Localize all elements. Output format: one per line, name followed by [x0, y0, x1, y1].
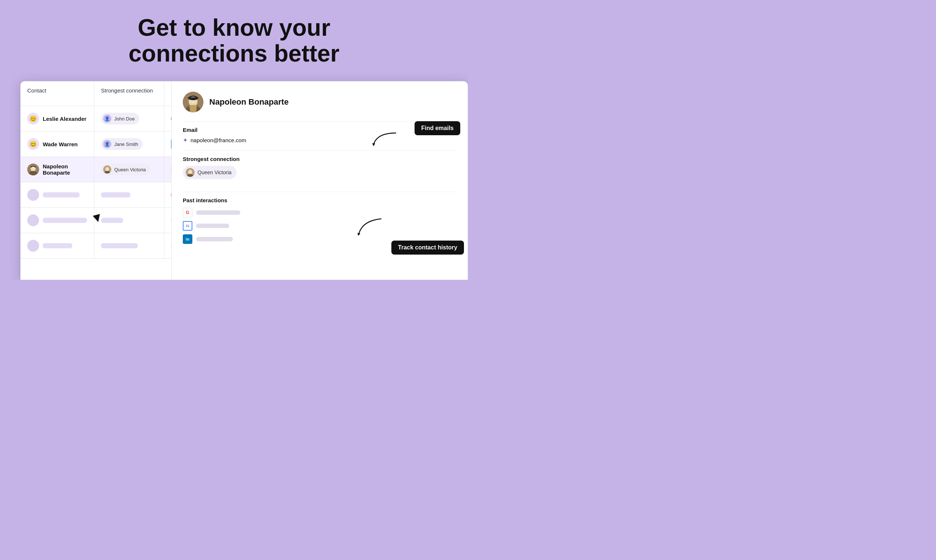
svg-point-12 [191, 99, 192, 100]
blurred-conn-1 [101, 192, 131, 197]
blurred-connection-2 [94, 208, 164, 233]
main-panel: Contact Strongest connection Sync fr... … [20, 81, 468, 280]
connection-pill-leslie: 👤 John Doe [101, 113, 139, 125]
table-row-napoleon[interactable]: Napoleon Bonaparte Queen Victoria [21, 157, 171, 182]
find-emails-arrow [370, 129, 399, 148]
hero-title: Get to know your connections better [0, 15, 468, 67]
mini-avatar-janesmith: 👤 [103, 140, 111, 148]
svg-point-13 [194, 99, 195, 100]
blurred-conn-2 [101, 218, 123, 223]
connection-cell-wade: 👤 Jane Smith [94, 132, 164, 157]
strongest-label: Strongest connection [183, 156, 457, 162]
col-header-sync: Sync fr... [164, 82, 172, 106]
svg-point-11 [189, 97, 197, 100]
strongest-avatar [186, 168, 195, 177]
past-interactions-section: Past interactions G 31 in [183, 197, 457, 244]
blurred-sync-2 [164, 208, 172, 233]
col-header-connection: Strongest connection [94, 82, 164, 106]
blurred-contact-3 [21, 233, 94, 258]
table-row-blurred1: ✱ Zap... [21, 182, 171, 208]
sync-cell-napoleon: G Gm... [164, 157, 172, 182]
strongest-section: Strongest connection Queen Victoria [183, 156, 457, 186]
track-history-arrow [355, 215, 385, 237]
calendar-interaction-bar [196, 224, 229, 228]
divider-2 [183, 150, 457, 151]
svg-marker-18 [357, 233, 360, 236]
gmail-interaction-bar [196, 210, 240, 215]
blurred-avatar-2 [27, 214, 39, 226]
past-interactions-label: Past interactions [183, 197, 457, 203]
mini-avatar-queenvictoria [103, 165, 111, 174]
col-header-contact: Contact [21, 82, 94, 106]
table-row-blurred3 [21, 233, 171, 258]
connection-pill-napoleon: Queen Victoria [101, 163, 150, 175]
detail-name: Napoleon Bonaparte [209, 97, 289, 107]
blurred-contact-1 [21, 182, 94, 208]
blurred-avatar-1 [27, 189, 39, 201]
connection-cell-napoleon: Queen Victoria [94, 157, 164, 182]
detail-panel: Napoleon Bonaparte Email ✦ napoleon@fran… [172, 82, 468, 280]
strongest-pill: Queen Victoria [183, 166, 237, 179]
blurred-sync-3 [164, 233, 172, 258]
interaction-gmail: G [183, 208, 457, 217]
name-leslie: Leslie Alexander [43, 116, 86, 122]
email-row: ✦ napoleon@france.com [183, 137, 457, 144]
email-value: napoleon@france.com [191, 137, 246, 143]
blurred-connection-1 [94, 182, 164, 208]
table-row-leslie[interactable]: 😊 Leslie Alexander 👤 John Doe in Lin... [21, 106, 171, 132]
svg-point-5 [105, 167, 109, 171]
track-contact-history-callout: Track contact history [391, 241, 464, 255]
svg-marker-17 [372, 143, 375, 146]
avatar-leslie: 😊 [27, 113, 39, 125]
contacts-table: Contact Strongest connection Sync fr... … [21, 82, 172, 280]
divider-3 [183, 192, 457, 192]
contact-cell-napoleon: Napoleon Bonaparte [21, 157, 94, 182]
find-emails-callout: Find emails [414, 121, 460, 135]
name-wade: Wade Warren [43, 141, 78, 148]
linkedin-interaction-bar [196, 237, 233, 241]
detail-header: Napoleon Bonaparte [183, 92, 457, 112]
contact-cell-leslie: 😊 Leslie Alexander [21, 106, 94, 131]
calendar-interaction-icon: 31 [183, 221, 192, 231]
blurred-conn-3 [101, 243, 138, 248]
sync-cell-wade: O Ou... [164, 132, 172, 157]
interaction-calendar: 31 [183, 221, 457, 231]
mini-avatar-johndoe: 👤 [103, 115, 111, 123]
sync-cell-leslie: in Lin... [164, 106, 172, 131]
sparkle-icon: ✦ [183, 137, 188, 144]
hero-section: Get to know your connections better [0, 0, 468, 78]
blurred-contact-2 [21, 208, 94, 233]
connection-cell-leslie: 👤 John Doe [94, 106, 164, 131]
connection-pill-wade: 👤 Jane Smith [101, 138, 143, 150]
linkedin-interaction-icon: in [183, 234, 192, 244]
svg-point-15 [188, 170, 192, 174]
blurred-sync-1: ✱ Zap... [164, 182, 172, 208]
detail-avatar-napoleon [183, 92, 203, 112]
blurred-name-3 [43, 243, 72, 248]
gmail-interaction-icon: G [183, 208, 192, 217]
contact-cell-wade: 😊 Wade Warren [21, 132, 94, 157]
avatar-wade: 😊 [27, 138, 39, 150]
strongest-name: Queen Victoria [197, 169, 231, 175]
table-header: Contact Strongest connection Sync fr... [21, 82, 171, 106]
blurred-name-1 [43, 192, 80, 197]
avatar-napoleon [27, 163, 39, 175]
blurred-avatar-3 [27, 240, 39, 252]
table-row-wade[interactable]: 😊 Wade Warren 👤 Jane Smith O Ou... [21, 132, 171, 157]
blurred-name-2 [43, 218, 87, 223]
blurred-connection-3 [94, 233, 164, 258]
name-napoleon: Napoleon Bonaparte [43, 163, 87, 176]
